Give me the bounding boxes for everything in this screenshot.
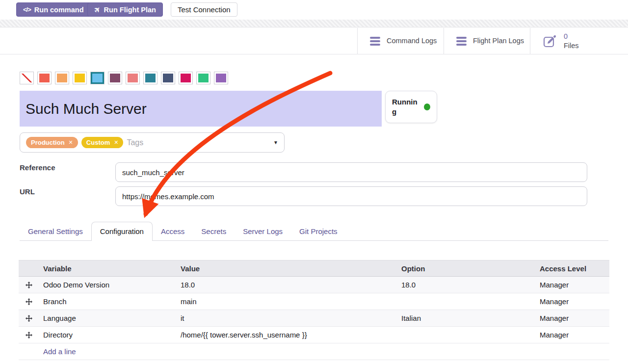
run-flight-plan-button[interactable]: ✈ Run Flight Plan [87, 2, 163, 17]
drag-handle-icon[interactable] [19, 282, 39, 288]
list-lines-icon [370, 37, 380, 46]
flight-plan-logs-label: Flight Plan Logs [473, 36, 524, 46]
record-title: Such Much Server [26, 101, 147, 117]
no-color-icon [22, 74, 32, 82]
color-swatch-light-blue-selected[interactable] [90, 72, 105, 84]
drag-handle-icon[interactable] [19, 332, 39, 338]
table-row: Branch main Manager [19, 293, 609, 310]
table-row: Odoo Demo Version 18.0 18.0 Manager [19, 277, 609, 293]
cell-variable[interactable]: Language [39, 314, 177, 322]
tag-custom: Custom ✕ [81, 137, 124, 148]
cell-access-level[interactable]: Manager [536, 297, 609, 306]
drag-handle-icon[interactable] [19, 298, 39, 305]
tab-configuration[interactable]: Configuration [91, 222, 153, 241]
cell-option[interactable]: 18.0 [397, 281, 536, 289]
color-swatch-red[interactable] [37, 72, 52, 84]
toolbar-separator-strip [0, 20, 628, 27]
run-flight-plan-label: Run Flight Plan [104, 6, 156, 14]
remove-tag-icon[interactable]: ✕ [69, 140, 73, 145]
run-command-button[interactable]: </> Run command [16, 2, 91, 17]
configuration-table: Variable Value Option Access Level Odoo … [19, 260, 609, 360]
tag-production: Production ✕ [26, 137, 78, 148]
color-swatch-dark-purple[interactable] [108, 72, 122, 84]
cell-access-level[interactable]: Manager [536, 331, 609, 339]
files-count: 0 [564, 32, 568, 40]
notebook-tabs: General Settings Configuration Access Se… [20, 222, 608, 241]
list-lines-icon [456, 37, 467, 46]
url-label: URL [20, 187, 35, 196]
cell-access-level[interactable]: Manager [536, 314, 609, 322]
color-swatch-yellow[interactable] [73, 72, 87, 84]
code-icon: </> [23, 6, 31, 13]
files-button[interactable]: 0 Files [530, 28, 628, 54]
variable-column-header: Variable [39, 264, 177, 273]
color-swatch-purple[interactable] [214, 72, 228, 84]
cell-value[interactable]: main [177, 297, 397, 306]
cell-variable[interactable]: Directory [39, 331, 177, 339]
color-swatch-salmon[interactable] [126, 72, 140, 84]
reference-input[interactable] [115, 162, 587, 182]
table-row: Directory /home/{{ tower.server.ssh_user… [19, 327, 609, 343]
header-divider [0, 54, 628, 54]
flight-plan-logs-button[interactable]: Flight Plan Logs [444, 28, 530, 54]
tag-custom-label: Custom [86, 139, 110, 146]
color-swatch-dark-blue[interactable] [161, 72, 175, 84]
stat-button-row: Command Logs Flight Plan Logs 0 Files [357, 28, 628, 54]
color-swatch-raspberry[interactable] [179, 72, 193, 84]
color-swatch-none[interactable] [20, 72, 34, 84]
reference-label: Reference [20, 163, 55, 172]
edit-pencil-icon [543, 34, 557, 49]
color-swatch-teal[interactable] [143, 72, 157, 84]
tab-git-projects[interactable]: Git Projects [291, 222, 346, 240]
status-label: Running [392, 97, 418, 117]
test-connection-button[interactable]: Test Connection [171, 2, 237, 17]
tab-general-settings[interactable]: General Settings [20, 222, 91, 240]
tags-placeholder: Tags [127, 138, 143, 147]
cell-value[interactable]: /home/{{ tower.server.ssh_username }} [177, 331, 397, 339]
color-swatch-orange[interactable] [55, 72, 69, 84]
cell-option[interactable]: Italian [397, 314, 536, 322]
cell-value[interactable]: 18.0 [177, 281, 397, 289]
command-logs-button[interactable]: Command Logs [357, 28, 444, 54]
color-swatch-green[interactable] [196, 72, 210, 84]
command-logs-label: Command Logs [387, 36, 437, 46]
tab-secrets[interactable]: Secrets [193, 222, 235, 240]
cell-access-level[interactable]: Manager [536, 281, 609, 289]
run-command-label: Run command [34, 6, 84, 14]
drag-handle-icon[interactable] [19, 315, 39, 322]
status-indicator[interactable]: Running [385, 91, 437, 123]
tab-server-logs[interactable]: Server Logs [235, 222, 291, 240]
tag-production-label: Production [31, 139, 65, 146]
color-palette [20, 72, 228, 84]
value-column-header: Value [177, 264, 397, 273]
plane-icon: ✈ [92, 4, 103, 15]
add-a-line-link[interactable]: Add a line [43, 347, 76, 356]
chevron-down-icon[interactable]: ▼ [273, 140, 278, 145]
table-row: Language it Italian Manager [19, 310, 609, 327]
tab-access[interactable]: Access [153, 222, 193, 240]
tags-field[interactable]: Production ✕ Custom ✕ Tags ▼ [20, 132, 285, 153]
url-input[interactable] [115, 186, 587, 206]
server-form-page: </> Run command ✈ Run Flight Plan Test C… [0, 0, 628, 364]
cell-value[interactable]: it [177, 314, 397, 322]
files-label: Files [564, 42, 579, 50]
status-dot-icon [424, 104, 430, 110]
add-line-row: Add a line [19, 343, 609, 360]
cell-variable[interactable]: Odoo Demo Version [39, 281, 177, 289]
cell-variable[interactable]: Branch [39, 297, 177, 306]
record-title-field[interactable]: Such Much Server [20, 91, 382, 127]
option-column-header: Option [397, 264, 536, 273]
access-level-column-header: Access Level [536, 264, 609, 273]
remove-tag-icon[interactable]: ✕ [114, 140, 118, 145]
test-connection-label: Test Connection [178, 5, 231, 14]
table-header-row: Variable Value Option Access Level [19, 260, 609, 277]
